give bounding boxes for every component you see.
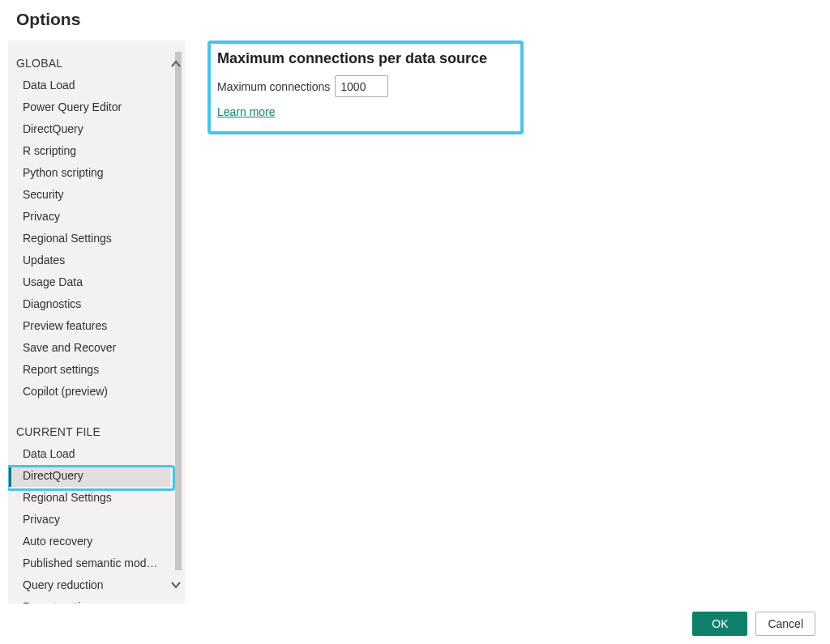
section-title: Maximum connections per data source: [217, 50, 512, 67]
sidebar-item-query-reduction[interactable]: Query reduction: [8, 574, 170, 596]
sidebar-item-security[interactable]: Security: [8, 184, 170, 206]
sidebar-item-regional-settings-file[interactable]: Regional Settings: [8, 487, 170, 509]
max-connections-label: Maximum connections: [217, 80, 330, 93]
sidebar-item-regional-settings-global[interactable]: Regional Settings: [8, 228, 170, 249]
chevron-up-icon[interactable]: [170, 58, 182, 70]
max-connections-input[interactable]: [335, 75, 388, 97]
sidebar-item-data-load-file[interactable]: Data Load: [8, 443, 170, 465]
content-area: GLOBAL Data Load Power Query Editor Dire…: [8, 41, 822, 603]
sidebar-item-updates[interactable]: Updates: [8, 249, 170, 271]
dialog-footer: OK Cancel: [692, 612, 815, 636]
sidebar-item-report-settings-file[interactable]: Report settings: [8, 596, 170, 603]
sidebar-item-data-load[interactable]: Data Load: [8, 75, 170, 96]
sidebar-item-power-query-editor[interactable]: Power Query Editor: [8, 96, 170, 118]
sidebar-item-directquery-global[interactable]: DirectQuery: [8, 118, 170, 140]
sidebar-item-python-scripting[interactable]: Python scripting: [8, 162, 170, 184]
main-panel: Maximum connections per data source Maxi…: [185, 41, 822, 603]
sidebar-item-copilot-preview[interactable]: Copilot (preview): [8, 381, 170, 403]
sidebar: GLOBAL Data Load Power Query Editor Dire…: [8, 41, 185, 603]
max-connections-row: Maximum connections: [217, 75, 512, 97]
sidebar-item-diagnostics[interactable]: Diagnostics: [8, 293, 170, 315]
max-connections-section: Maximum connections per data source Maxi…: [208, 41, 524, 134]
sidebar-item-privacy-file[interactable]: Privacy: [8, 509, 170, 531]
sidebar-item-preview-features[interactable]: Preview features: [8, 315, 170, 337]
sidebar-scrollbar-thumb[interactable]: [175, 52, 182, 570]
sidebar-item-r-scripting[interactable]: R scripting: [8, 140, 170, 162]
learn-more-link[interactable]: Learn more: [217, 105, 276, 118]
sidebar-item-report-settings-global[interactable]: Report settings: [8, 359, 170, 381]
dialog-title: Options: [0, 0, 830, 36]
current-file-header: CURRENT FILE: [8, 420, 185, 443]
ok-button[interactable]: OK: [692, 612, 747, 636]
cancel-button[interactable]: Cancel: [755, 612, 815, 636]
chevron-down-icon[interactable]: [170, 579, 182, 591]
sidebar-item-usage-data[interactable]: Usage Data: [8, 271, 170, 293]
sidebar-item-directquery-file[interactable]: DirectQuery: [8, 465, 170, 487]
sidebar-scroll[interactable]: GLOBAL Data Load Power Query Editor Dire…: [8, 52, 185, 603]
sidebar-scrollbar[interactable]: [175, 52, 183, 603]
global-header: GLOBAL: [8, 52, 185, 75]
sidebar-item-published-semantic-model[interactable]: Published semantic model set…: [8, 552, 170, 574]
sidebar-item-privacy-global[interactable]: Privacy: [8, 206, 170, 228]
sidebar-item-auto-recovery[interactable]: Auto recovery: [8, 531, 170, 552]
sidebar-item-save-and-recover[interactable]: Save and Recover: [8, 337, 170, 359]
